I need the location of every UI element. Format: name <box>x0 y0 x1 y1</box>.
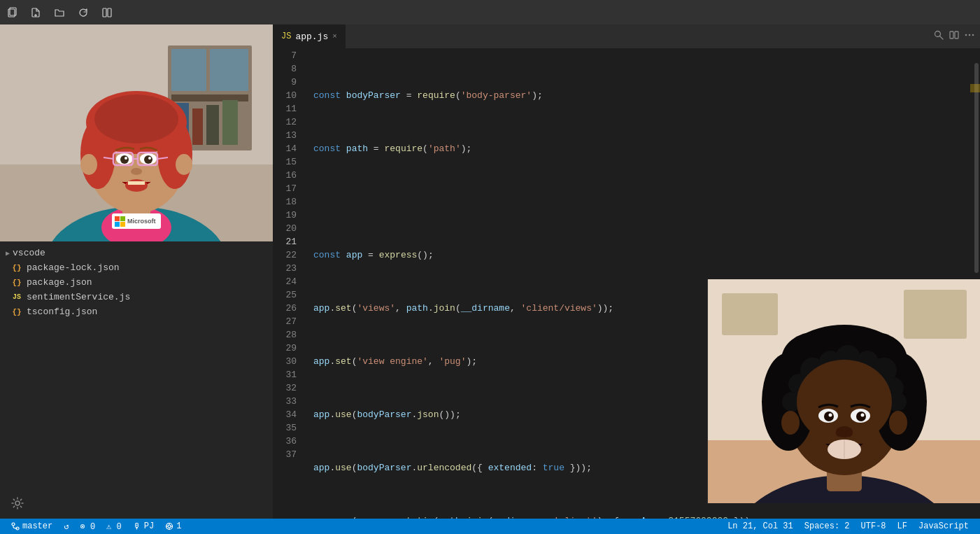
svg-point-53 <box>972 34 974 36</box>
svg-point-91 <box>12 523 15 526</box>
sync-icon: ↺ <box>64 521 69 532</box>
svg-point-85 <box>836 430 843 437</box>
tree-item-package-lock[interactable]: {} package-lock.json <box>0 260 273 275</box>
tab-bar: JS app.js × <box>273 24 980 49</box>
errors-label: ⊗ 0 <box>80 521 95 532</box>
svg-rect-44 <box>120 222 125 227</box>
status-spaces[interactable]: Spaces: 2 <box>799 519 855 534</box>
warnings-label: ⚠ 0 <box>106 521 122 532</box>
js-icon: JS <box>11 293 22 301</box>
svg-point-52 <box>969 34 971 36</box>
status-extensions[interactable]: 1 <box>159 519 187 534</box>
position-label: Ln 21, Col 31 <box>727 521 793 531</box>
svg-rect-4 <box>103 8 106 17</box>
extensions-label: 1 <box>176 521 181 531</box>
json-icon: {} <box>11 279 22 287</box>
title-bar-icons <box>6 6 113 19</box>
branch-label: master <box>22 521 52 531</box>
svg-rect-14 <box>206 105 219 145</box>
tree-item-label: sentimentService.js <box>27 292 130 302</box>
svg-point-83 <box>861 414 865 417</box>
svg-rect-57 <box>904 290 967 339</box>
json-icon: {} <box>11 308 22 316</box>
tree-item-package[interactable]: {} package.json <box>0 275 273 290</box>
svg-point-38 <box>80 154 97 175</box>
svg-point-95 <box>168 525 171 528</box>
status-bar-right: Ln 21, Col 31 Spaces: 2 UTF-8 LF JavaScr… <box>722 519 974 534</box>
status-branch[interactable]: master <box>6 519 58 534</box>
svg-point-36 <box>125 179 148 192</box>
svg-rect-15 <box>222 100 238 145</box>
svg-rect-50 <box>955 31 958 38</box>
tab-app-js[interactable]: JS app.js × <box>273 24 346 48</box>
svg-point-29 <box>148 157 151 160</box>
webcam-top-video: Microsoft <box>0 24 273 241</box>
line-ending-label: LF <box>897 521 907 531</box>
tree-item-tsconfig[interactable]: {} tsconfig.json <box>0 304 273 319</box>
code-line-8: const path = require('path'); <box>313 142 970 155</box>
tab-js-icon: JS <box>281 31 291 41</box>
spaces-label: Spaces: 2 <box>804 521 850 531</box>
status-errors[interactable]: ⊗ 0 <box>74 519 101 534</box>
code-line-15: app.use(express.static(path.join(__dirna… <box>313 514 970 519</box>
scrollbar-thumb[interactable] <box>974 63 979 273</box>
svg-point-82 <box>829 414 832 417</box>
status-language[interactable]: JavaScript <box>913 519 974 534</box>
tab-actions <box>928 24 980 48</box>
webcam-bottom-right-video <box>707 279 980 503</box>
sidebar: Microsoft ▶ vscode {} package-lock.json … <box>0 24 273 519</box>
more-actions-icon[interactable] <box>965 30 974 43</box>
new-file-icon[interactable] <box>29 6 42 19</box>
vscode-folder[interactable]: ▶ vscode <box>0 246 273 260</box>
code-line-9 <box>313 195 970 209</box>
svg-rect-41 <box>115 216 120 221</box>
svg-rect-43 <box>115 222 120 227</box>
tree-item-sentiment-service[interactable]: JS sentimentService.js <box>0 290 273 304</box>
status-sync[interactable]: ↺ <box>58 519 74 534</box>
svg-point-39 <box>176 154 192 175</box>
svg-point-81 <box>856 412 866 421</box>
svg-rect-49 <box>950 31 953 38</box>
svg-rect-37 <box>128 181 145 185</box>
main-layout: Microsoft ▶ vscode {} package-lock.json … <box>0 24 980 519</box>
status-bar-left: master ↺ ⊗ 0 ⚠ 0 🎙 PJ 1 <box>6 519 187 534</box>
svg-point-89 <box>781 411 800 435</box>
svg-point-51 <box>965 34 967 36</box>
svg-rect-13 <box>192 108 203 145</box>
language-label: JavaScript <box>918 521 969 531</box>
split-editor-icon[interactable] <box>949 30 959 43</box>
svg-rect-10 <box>210 49 248 91</box>
sidebar-bottom <box>0 491 273 519</box>
status-position[interactable]: Ln 21, Col 31 <box>722 519 799 534</box>
editor-area: JS app.js × 7 8 9 10 <box>273 24 980 519</box>
tree-item-label: package.json <box>27 277 92 288</box>
podcast-label: PJ <box>144 521 154 531</box>
status-bar: master ↺ ⊗ 0 ⚠ 0 🎙 PJ 1 Ln 21, Col 31 Sp… <box>0 519 980 534</box>
layout-icon[interactable] <box>101 6 113 19</box>
svg-point-86 <box>846 430 853 437</box>
svg-text:Microsoft: Microsoft <box>127 218 156 225</box>
status-encoding[interactable]: UTF-8 <box>855 519 892 534</box>
svg-point-28 <box>125 157 127 160</box>
tab-close-button[interactable]: × <box>332 32 337 41</box>
status-warnings[interactable]: ⚠ 0 <box>101 519 127 534</box>
code-line-7: const bodyParser = require('body-parser'… <box>313 89 970 102</box>
svg-point-90 <box>889 411 907 435</box>
tab-filename: app.js <box>295 31 328 42</box>
podcast-icon: 🎙 <box>133 521 141 532</box>
status-line-ending[interactable]: LF <box>892 519 913 534</box>
copy-icon[interactable] <box>6 6 18 19</box>
status-podcast[interactable]: 🎙 PJ <box>127 519 159 534</box>
json-icon: {} <box>11 264 22 272</box>
line-numbers: 7 8 9 10 11 12 13 14 15 16 17 18 19 20 2… <box>273 49 308 519</box>
svg-rect-56 <box>722 293 778 335</box>
svg-rect-42 <box>120 216 125 221</box>
search-editor-icon[interactable] <box>934 30 944 43</box>
folder-icon[interactable] <box>53 6 66 19</box>
svg-rect-5 <box>108 8 111 17</box>
refresh-icon[interactable] <box>77 6 90 19</box>
vscode-folder-label: vscode <box>13 248 45 258</box>
svg-point-27 <box>144 155 152 164</box>
gear-button[interactable] <box>11 497 24 513</box>
file-tree: ▶ vscode {} package-lock.json {} package… <box>0 241 273 491</box>
